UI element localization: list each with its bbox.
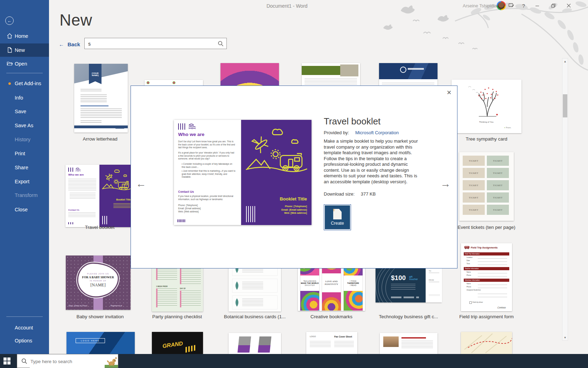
- gift-amount: $100: [391, 274, 406, 282]
- sidebar-item-get-addins[interactable]: Get Add-ins: [0, 77, 49, 90]
- tree-from: From.: [506, 127, 511, 129]
- template-thumb-partial[interactable]: [229, 333, 281, 354]
- dialog-close-icon[interactable]: ✕: [445, 89, 453, 96]
- template-thumb-partial[interactable]: [461, 332, 512, 354]
- avatar-photo: [498, 2, 505, 9]
- fax-logo: LOGO: [310, 335, 316, 338]
- new-document-icon: [7, 47, 13, 53]
- sidebar-item-transform: Transform: [0, 189, 49, 202]
- preview-contact-us: Contact Us: [178, 190, 194, 193]
- sidebar-item-share[interactable]: Share: [0, 161, 49, 174]
- gift-from: FROM: [429, 279, 434, 281]
- preview-web: Web: [Web address]: [178, 210, 199, 213]
- sidebar-item-info[interactable]: Info: [0, 91, 49, 104]
- gift-to: TO: [429, 270, 431, 272]
- search-highlight-dog[interactable]: [105, 354, 118, 368]
- taskbar-search-input[interactable]: [30, 354, 105, 368]
- fieldtrip-row-label: Time: [467, 263, 470, 265]
- mini-cover-art: [102, 168, 132, 192]
- vertical-scrollbar[interactable]: ▲ ▼: [562, 58, 568, 341]
- sidebar-item-save[interactable]: Save: [0, 105, 49, 118]
- sidebar-item-print[interactable]: Print: [0, 147, 49, 160]
- preview-booklet-title: Booklet Title: [255, 196, 307, 202]
- fieldtrip-row-label: Name: [467, 283, 471, 285]
- sidebar-item-label: New: [15, 47, 25, 53]
- sidebar-item-close[interactable]: Close: [0, 203, 49, 216]
- account-user-name[interactable]: Arseine Tshipidiay: [463, 3, 499, 8]
- gift-kind: gift voucher: [409, 275, 421, 280]
- baby-line3: IN HONOR OF: [90, 280, 106, 282]
- provided-by-link[interactable]: Microsoft Corporation: [355, 130, 399, 135]
- leaf-icon: [234, 281, 239, 290]
- logo-here: LOGO HERE: [76, 338, 105, 343]
- sidebar-item-export[interactable]: Export: [0, 175, 49, 188]
- scrollbar-thumb[interactable]: [563, 94, 567, 117]
- bookmark-text: LOVE AND: [325, 280, 337, 283]
- download-size-label: Download size:: [324, 191, 355, 197]
- sidebar-item-options[interactable]: Options: [0, 334, 49, 347]
- previous-template-arrow[interactable]: ←: [136, 178, 146, 190]
- next-template-arrow[interactable]: →: [440, 178, 451, 190]
- sidebar-item-account[interactable]: Account: [0, 321, 49, 334]
- sidebar-item-save-as[interactable]: Save As: [0, 119, 49, 132]
- sparkle-icon: ✳: [331, 207, 336, 213]
- template-label: Technology business gift c...: [370, 314, 447, 319]
- template-label: Botanical business cards (1...: [216, 314, 293, 319]
- preview-paragraph: Don't be shy! Let them know how great yo…: [178, 140, 236, 149]
- dialog-title: Travel booklet: [324, 116, 380, 127]
- preview-paragraph: It's a great place for your 'elevator pi…: [178, 151, 236, 161]
- template-thumb-baby-shower[interactable]: PLEASE JOIN US FOR A BABY SHOWER IN HONO…: [66, 255, 131, 310]
- preview-phone: Phone: [Telephone]: [178, 204, 198, 207]
- template-thumb-partial[interactable]: GRAND: [152, 332, 203, 354]
- template-thumb-partial[interactable]: [380, 333, 438, 354]
- template-search-input[interactable]: [85, 38, 220, 49]
- sidebar-item-label: Account: [15, 325, 33, 330]
- window-title: Document1 - Word: [224, 3, 350, 9]
- fieldtrip-section: Volunteer Information: [464, 279, 509, 282]
- feedback-icon[interactable]: [507, 2, 516, 9]
- ticket-stub: TICKET: [493, 197, 503, 199]
- baby-line1: PLEASE JOIN US: [87, 273, 109, 275]
- minimize-button[interactable]: [533, 2, 542, 9]
- template-thumb-arrow-letterhead[interactable]: [YOUR NAME]: [74, 64, 128, 132]
- sidebar-item-home[interactable]: Home: [0, 29, 49, 43]
- search-icon[interactable]: [218, 41, 224, 47]
- avatar[interactable]: [497, 1, 506, 10]
- back-circle-button[interactable]: ←: [5, 16, 14, 25]
- template-thumb-tree-sympathy[interactable]: Thinking of You. ◖ From.: [451, 80, 522, 133]
- leaf-icon: [234, 298, 239, 307]
- template-label: Tree sympathy card: [448, 136, 525, 142]
- back-link[interactable]: ←Back: [59, 41, 80, 47]
- template-search-box: [84, 38, 227, 49]
- close-window-button[interactable]: [564, 2, 573, 9]
- restore-button[interactable]: [549, 2, 558, 9]
- create-button-label: Create: [331, 221, 344, 226]
- start-button[interactable]: [4, 357, 18, 364]
- baby-line4: [NAME]: [90, 282, 105, 288]
- fieldtrip-section: Teacher Information: [464, 267, 509, 270]
- sidebar-item-open[interactable]: Open: [0, 57, 49, 70]
- sidebar-item-new[interactable]: New: [0, 43, 49, 57]
- ticket-stub: TICKET: [469, 172, 478, 174]
- ticket-stub: TICKET: [469, 209, 478, 211]
- sidebar-divider: [6, 316, 43, 317]
- create-button[interactable]: ✳ Create: [324, 204, 351, 230]
- template-thumb-event-tickets[interactable]: TICKET TICKET TICKET TICKET TICKET TICKE…: [459, 152, 514, 221]
- wave-logo-icon: [75, 167, 81, 172]
- sidebar-item-label: Get Add-ins: [15, 81, 41, 86]
- fax-title: Fax Cover Sheet: [334, 335, 352, 338]
- template-thumb-travel-booklet[interactable]: Who we are Contact Us B: [65, 165, 133, 227]
- template-thumb-partial[interactable]: LOGO HERE: [66, 332, 135, 354]
- template-thumb-field-trip[interactable]: Field Trip Assignments Field Trip Inform…: [461, 243, 512, 311]
- fieldtrip-title: Field Trip Assignments: [471, 246, 498, 249]
- pp-header: DAY OF: [180, 288, 186, 289]
- fieldtrip-row-label: Location: [467, 257, 472, 258]
- scroll-down-icon[interactable]: ▼: [562, 335, 568, 340]
- template-label: Event tickets (ten per page): [448, 225, 525, 230]
- help-icon[interactable]: ?: [519, 2, 528, 9]
- template-thumb-partial[interactable]: LOGO Fax Cover Sheet: [306, 332, 357, 354]
- template-label: Baby shower invitation: [62, 314, 139, 319]
- back-label: Back: [68, 41, 80, 47]
- mini-booklet-title: Booklet Title: [99, 198, 131, 201]
- mini-who-we-are: Who we are: [68, 173, 84, 176]
